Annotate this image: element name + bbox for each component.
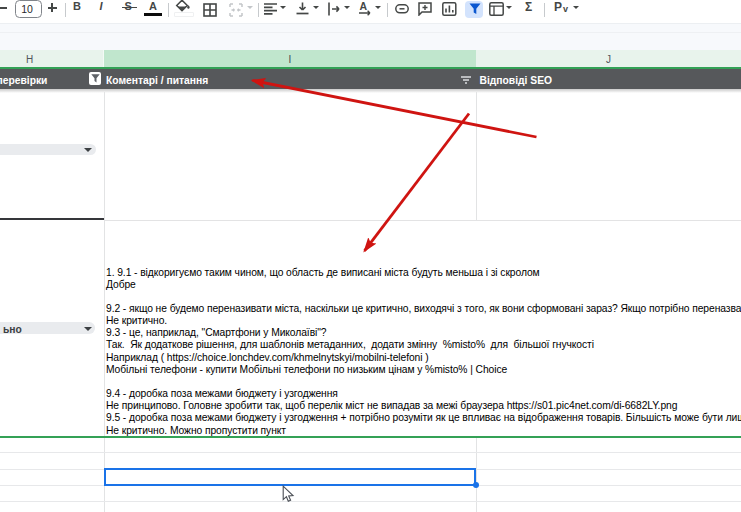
svg-text:A: A [360, 1, 368, 12]
